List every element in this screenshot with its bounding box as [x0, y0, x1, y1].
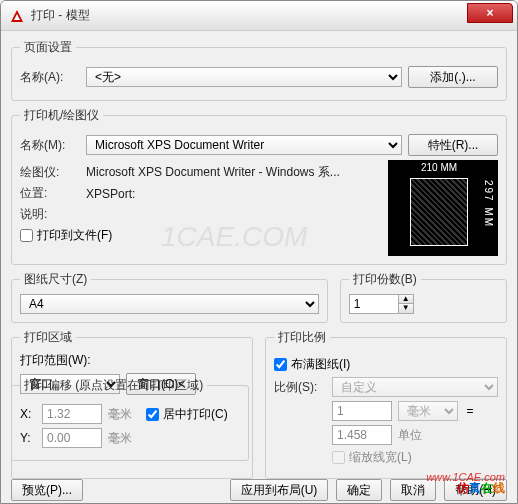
- watermark-ch4: 线: [493, 481, 505, 495]
- center-print-text: 居中打印(C): [163, 407, 228, 421]
- preview-button[interactable]: 预览(P)...: [11, 479, 83, 501]
- scale-lineweights-text: 缩放线宽(L): [349, 450, 412, 464]
- description-label: 说明:: [20, 206, 80, 223]
- printer-legend: 打印机/绘图仪: [20, 107, 103, 124]
- print-to-file-text: 打印到文件(F): [37, 228, 112, 242]
- scale-label: 比例(S):: [274, 379, 326, 396]
- printer-name-select[interactable]: Microsoft XPS Document Writer: [86, 135, 402, 155]
- autocad-icon: [9, 8, 25, 24]
- scale-equals: =: [464, 404, 476, 418]
- paper-size-group: 图纸尺寸(Z) A4: [11, 271, 328, 323]
- fit-to-paper-checkbox[interactable]: [274, 358, 287, 371]
- scale-lineweights-checkbox: [332, 451, 345, 464]
- print-area-legend: 打印区域: [20, 329, 76, 346]
- watermark-ch3: 在: [481, 481, 493, 495]
- print-to-file-label[interactable]: 打印到文件(F): [20, 227, 112, 244]
- print-dialog: 打印 - 模型 × 页面设置 名称(A): <无> 添加(.)... 打印机/绘…: [0, 0, 518, 504]
- copies-spinner[interactable]: ▲▼: [349, 294, 414, 314]
- paper-preview-width: 210 MM: [406, 162, 472, 173]
- offset-y-unit: 毫米: [108, 430, 132, 447]
- dialog-content: 页面设置 名称(A): <无> 添加(.)... 打印机/绘图仪 名称(M): …: [1, 31, 517, 475]
- print-scale-group: 打印比例 布满图纸(I) 比例(S): 自定义 毫米 = 单位: [265, 329, 507, 479]
- printer-name-label: 名称(M):: [20, 137, 80, 154]
- offset-x-unit: 毫米: [108, 406, 132, 423]
- offset-y-label: Y:: [20, 431, 36, 445]
- location-label: 位置:: [20, 185, 80, 202]
- printer-props-button[interactable]: 特性(R)...: [408, 134, 498, 156]
- copies-group: 打印份数(B) ▲▼: [340, 271, 507, 323]
- print-to-file-checkbox[interactable]: [20, 229, 33, 242]
- printer-group: 打印机/绘图仪 名称(M): Microsoft XPS Document Wr…: [11, 107, 507, 265]
- watermark-ch2: 真: [469, 481, 481, 495]
- copies-down-icon[interactable]: ▼: [399, 304, 413, 313]
- print-range-label: 打印范围(W):: [20, 352, 244, 369]
- scale-num-unit-select: 毫米: [398, 401, 458, 421]
- page-setup-legend: 页面设置: [20, 39, 76, 56]
- watermark-ch1: 仿: [457, 481, 469, 495]
- scale-den-unit: 单位: [398, 427, 422, 444]
- paper-preview-height: 297 MM: [483, 180, 494, 228]
- scale-numerator-input: [332, 401, 392, 421]
- paper-size-select[interactable]: A4: [20, 294, 319, 314]
- scale-select: 自定义: [332, 377, 498, 397]
- pagesetup-name-label: 名称(A):: [20, 69, 80, 86]
- watermark-brand: 仿真在线: [457, 480, 505, 497]
- scale-lineweights-label: 缩放线宽(L): [332, 449, 412, 466]
- print-offset-legend: 打印偏移 (原点设置在可打印区域): [20, 377, 207, 394]
- offset-y-input: [42, 428, 102, 448]
- pagesetup-add-button[interactable]: 添加(.)...: [408, 66, 498, 88]
- close-button[interactable]: ×: [467, 3, 513, 23]
- copies-legend: 打印份数(B): [349, 271, 421, 288]
- scale-denominator-input: [332, 425, 392, 445]
- print-scale-legend: 打印比例: [274, 329, 330, 346]
- offset-x-label: X:: [20, 407, 36, 421]
- location-value: XPSPort:: [86, 187, 135, 201]
- ok-button[interactable]: 确定: [336, 479, 382, 501]
- plotter-label: 绘图仪:: [20, 164, 80, 181]
- plotter-value: Microsoft XPS Document Writer - Windows …: [86, 164, 340, 181]
- offset-x-input: [42, 404, 102, 424]
- titlebar: 打印 - 模型 ×: [1, 1, 517, 31]
- fit-to-paper-label[interactable]: 布满图纸(I): [274, 356, 350, 373]
- window-title: 打印 - 模型: [31, 7, 90, 24]
- copies-input[interactable]: [349, 294, 399, 314]
- center-print-label[interactable]: 居中打印(C): [146, 406, 228, 423]
- paper-preview-sheet: [410, 178, 468, 246]
- fit-to-paper-text: 布满图纸(I): [291, 357, 350, 371]
- center-print-checkbox[interactable]: [146, 408, 159, 421]
- paper-size-legend: 图纸尺寸(Z): [20, 271, 91, 288]
- apply-layout-button[interactable]: 应用到布局(U): [230, 479, 329, 501]
- paper-preview: 210 MM 297 MM: [388, 160, 498, 256]
- pagesetup-name-select[interactable]: <无>: [86, 67, 402, 87]
- close-icon: ×: [486, 6, 493, 20]
- page-setup-group: 页面设置 名称(A): <无> 添加(.)...: [11, 39, 507, 101]
